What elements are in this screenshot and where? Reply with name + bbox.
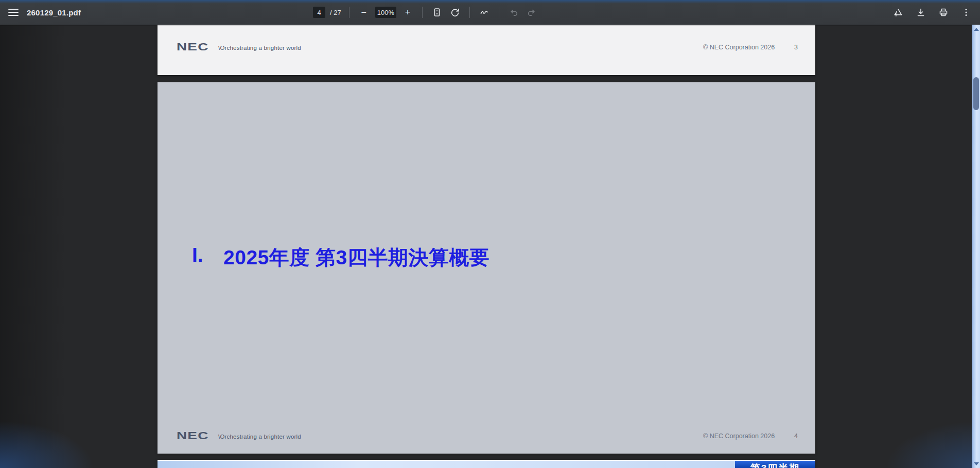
redo-icon [527,7,537,17]
scrollbar-thumb[interactable] [973,77,979,110]
rotate-button[interactable] [448,6,462,19]
pdf-page-5: 第3四半期 [157,460,815,468]
print-button[interactable] [937,6,950,19]
divider [499,7,499,18]
quarter-tab-label: 第3四半期 [735,462,815,468]
page-controls: / 27 − 100% + [313,0,538,25]
slide-page-number: 4 [794,433,798,440]
menu-icon[interactable] [8,9,19,16]
more-options-button[interactable] [959,6,973,19]
copyright-text: © NEC Corporation 2026 [703,433,775,440]
annotate-pen-icon [479,7,489,17]
scroll-up-arrow[interactable] [972,25,980,33]
section-number: I. [192,244,203,266]
zoom-in-button[interactable]: + [401,6,414,19]
zoom-level-value[interactable]: 100% [375,7,396,18]
divider [469,7,470,18]
undo-button[interactable] [507,6,520,19]
annotate-button[interactable] [478,6,491,19]
pdf-page-4: I. 2025年度 第3四半期決算概要 NEC \Orchestrating a… [157,82,815,454]
save-to-drive-button[interactable] [891,6,905,19]
brand-tagline: \Orchestrating a brighter world [218,45,301,51]
slide-page-number: 3 [794,44,798,51]
document-title: 260129_01.pdf [27,8,81,17]
pdf-page-3: NEC \Orchestrating a brighter world © NE… [157,25,815,75]
brand-tagline: \Orchestrating a brighter world [218,434,301,440]
nec-logo: NEC [177,430,208,442]
pdf-toolbar: 260129_01.pdf / 27 − 100% + [0,0,980,25]
divider [422,7,423,18]
slide-footer: NEC \Orchestrating a brighter world © NE… [157,41,815,55]
copyright-text: © NEC Corporation 2026 [703,44,775,51]
quarter-tab: 第3四半期 [735,461,815,468]
section-title: I. 2025年度 第3四半期決算概要 [157,244,815,268]
download-icon [916,7,926,17]
page-number-input[interactable] [313,7,325,18]
scroll-down-arrow[interactable] [972,460,980,467]
undo-icon [509,7,519,17]
three-dot-menu-icon [961,7,971,17]
fit-page-button[interactable] [430,6,444,19]
header-gradient-bar [157,461,735,468]
nec-logo: NEC [177,41,208,53]
slide-footer: NEC \Orchestrating a brighter world © NE… [157,430,815,443]
rotate-icon [450,7,460,17]
section-title-text: 2025年度 第3四半期決算概要 [223,244,489,272]
download-button[interactable] [914,6,927,19]
print-icon [938,7,949,17]
fit-page-icon [432,7,442,17]
redo-button[interactable] [525,6,538,19]
pdf-viewport: NEC \Orchestrating a brighter world © NE… [0,25,980,468]
divider [349,7,349,18]
drive-add-icon [893,7,903,17]
vertical-scrollbar[interactable] [972,25,980,468]
toolbar-actions [891,0,973,25]
page-count-label: / 27 [330,9,341,16]
zoom-out-button[interactable]: − [357,6,371,19]
